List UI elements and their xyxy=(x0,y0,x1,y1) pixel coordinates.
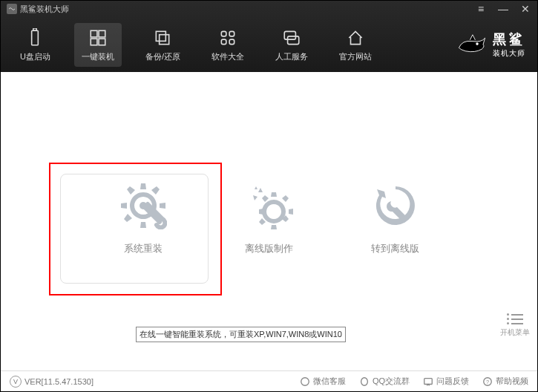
status-wechat[interactable]: 微信客服 xyxy=(300,376,346,387)
minimize-button[interactable]: — xyxy=(497,4,509,14)
version-text: VER[11.5.47.1530] xyxy=(24,377,94,386)
svg-rect-4 xyxy=(91,39,97,45)
nav-label: 软件大全 xyxy=(211,51,244,62)
status-help[interactable]: ? 帮助视频 xyxy=(482,376,528,387)
statusbar: V VER[11.5.47.1530] 微信客服 QQ交流群 问题反馈 ? 帮助… xyxy=(1,370,537,391)
help-icon: ? xyxy=(482,376,493,387)
status-qq[interactable]: QQ交流群 xyxy=(359,376,410,387)
nav-label: 一键装机 xyxy=(82,51,114,62)
gear-wrench-icon xyxy=(117,180,169,232)
close-button[interactable]: ✕ xyxy=(519,4,531,14)
titlebar: 黑鲨装机大师 ≡ — ✕ U盘启动 一键装机 备份/还原 xyxy=(1,1,537,72)
svg-point-16 xyxy=(301,377,309,385)
nav-support[interactable]: 人工服务 xyxy=(268,23,315,67)
svg-rect-10 xyxy=(221,39,226,44)
nav-label: U盘启动 xyxy=(20,51,50,62)
feature-system-reinstall[interactable]: 系统重装 xyxy=(117,180,169,255)
nav-label: 人工服务 xyxy=(275,51,308,62)
svg-rect-0 xyxy=(32,30,39,45)
tooltip: 在线一键智能重装系统，可重装XP,WIN7,WIN8或WIN10 xyxy=(136,327,346,342)
gear-sparkle-icon xyxy=(243,180,295,232)
feature-goto-offline[interactable]: 转到离线版 xyxy=(370,180,421,255)
status-label: 问题反馈 xyxy=(436,376,469,387)
svg-rect-13 xyxy=(288,36,299,44)
boot-menu-label: 开机菜单 xyxy=(500,327,530,338)
list-icon xyxy=(507,313,523,324)
status-label: 帮助视频 xyxy=(496,376,528,387)
window-controls: ≡ — ✕ xyxy=(475,4,531,14)
chat-icon xyxy=(281,27,302,48)
status-label: QQ交流群 xyxy=(373,376,410,387)
svg-rect-18 xyxy=(424,378,433,384)
home-icon xyxy=(345,27,366,48)
nav-usb-boot[interactable]: U盘启动 xyxy=(13,23,58,67)
windows-icon xyxy=(88,27,108,48)
status-links: 微信客服 QQ交流群 问题反馈 ? 帮助视频 xyxy=(300,376,528,387)
backup-icon xyxy=(152,27,173,48)
app-icon xyxy=(7,4,17,14)
wechat-icon xyxy=(300,376,310,387)
status-label: 微信客服 xyxy=(313,376,346,387)
usb-icon xyxy=(24,27,45,48)
svg-rect-3 xyxy=(99,30,105,37)
svg-point-14 xyxy=(476,42,479,45)
version-info[interactable]: V VER[11.5.47.1530] xyxy=(10,376,94,388)
feature-offline-make[interactable]: 离线版制作 xyxy=(243,180,295,255)
shark-logo-icon xyxy=(456,28,488,61)
feature-label: 转到离线版 xyxy=(371,242,419,255)
feature-label: 离线版制作 xyxy=(245,242,293,255)
svg-rect-11 xyxy=(229,39,234,44)
svg-rect-12 xyxy=(284,31,295,39)
svg-rect-8 xyxy=(221,31,226,36)
menu-button[interactable]: ≡ xyxy=(475,4,487,14)
titlebar-top: 黑鲨装机大师 ≡ — ✕ xyxy=(1,1,537,17)
main-content: 系统重装 离线版制作 转到离线版 在线一键智能重装系统，可重装XP,WIN7,W… xyxy=(1,72,537,363)
main-nav: U盘启动 一键装机 备份/还原 软件大全 人工服务 xyxy=(1,17,537,72)
brand-text: 黑鲨 装机大师 xyxy=(493,30,525,59)
feedback-icon xyxy=(423,376,433,387)
svg-rect-2 xyxy=(91,30,97,37)
nav-label: 备份/还原 xyxy=(145,51,180,62)
qq-icon xyxy=(359,376,370,387)
svg-rect-6 xyxy=(157,31,166,41)
refresh-wrench-icon xyxy=(370,180,421,232)
svg-rect-1 xyxy=(33,28,36,30)
nav-software[interactable]: 软件大全 xyxy=(204,23,252,67)
brand-line1: 黑鲨 xyxy=(493,30,525,48)
boot-menu-button[interactable]: 开机菜单 xyxy=(500,313,530,338)
svg-rect-5 xyxy=(99,39,105,45)
nav-label: 官方网站 xyxy=(339,51,372,62)
brand-line2: 装机大师 xyxy=(493,48,525,59)
feature-label: 系统重装 xyxy=(124,242,163,255)
brand: 黑鲨 装机大师 xyxy=(456,28,525,61)
svg-point-17 xyxy=(361,377,368,385)
nav-backup-restore[interactable]: 备份/还原 xyxy=(138,23,188,67)
nav-one-click-install[interactable]: 一键装机 xyxy=(74,23,122,67)
svg-text:?: ? xyxy=(486,379,489,384)
app-title: 黑鲨装机大师 xyxy=(20,4,475,15)
svg-rect-9 xyxy=(229,31,234,36)
nav-website[interactable]: 官方网站 xyxy=(332,23,379,67)
status-feedback[interactable]: 问题反馈 xyxy=(423,376,469,387)
svg-rect-7 xyxy=(160,34,169,44)
version-icon: V xyxy=(10,376,22,388)
apps-icon xyxy=(217,27,238,48)
